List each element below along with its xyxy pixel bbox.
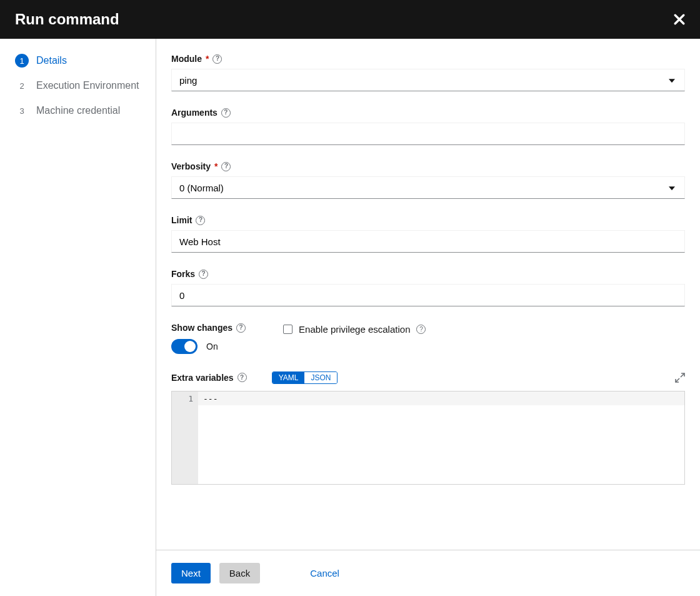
required-indicator: * bbox=[206, 54, 209, 64]
module-label: Module bbox=[171, 54, 202, 64]
json-toggle[interactable]: JSON bbox=[304, 372, 337, 383]
yaml-toggle[interactable]: YAML bbox=[272, 372, 305, 383]
field-forks: Forks ? bbox=[171, 269, 685, 306]
help-icon[interactable]: ? bbox=[221, 162, 231, 171]
close-icon[interactable] bbox=[674, 14, 685, 25]
modal-header: Run command bbox=[0, 0, 700, 39]
form-area: Module * ? Arguments ? bbox=[156, 39, 700, 550]
format-toggle: YAML JSON bbox=[272, 371, 338, 384]
module-select[interactable] bbox=[171, 69, 685, 91]
limit-input[interactable] bbox=[171, 230, 685, 253]
forks-label: Forks bbox=[171, 269, 195, 279]
arguments-label: Arguments bbox=[171, 108, 218, 118]
extra-variables-editor[interactable]: 1 --- bbox=[171, 391, 685, 485]
field-verbosity: Verbosity * ? bbox=[171, 161, 685, 199]
limit-label: Limit bbox=[171, 215, 192, 225]
toggle-row: Show changes ? On Enable privilege escal… bbox=[171, 323, 685, 354]
help-icon[interactable]: ? bbox=[416, 325, 426, 334]
help-icon[interactable]: ? bbox=[199, 270, 208, 279]
modal-body: 1 Details 2 Execution Environment 3 Mach… bbox=[0, 39, 700, 596]
step-label: Machine credential bbox=[36, 105, 120, 116]
step-label: Details bbox=[36, 55, 67, 66]
back-button[interactable]: Back bbox=[219, 563, 260, 583]
required-indicator: * bbox=[214, 161, 218, 171]
forks-input[interactable] bbox=[171, 284, 685, 306]
step-number: 3 bbox=[15, 104, 29, 118]
step-number: 1 bbox=[15, 54, 29, 68]
show-changes-toggle[interactable] bbox=[171, 339, 198, 354]
wizard-step-details[interactable]: 1 Details bbox=[15, 54, 141, 68]
modal-footer: Next Back Cancel bbox=[156, 550, 700, 596]
help-icon[interactable]: ? bbox=[196, 216, 205, 225]
show-changes-label: Show changes bbox=[171, 323, 232, 333]
verbosity-select[interactable] bbox=[171, 176, 685, 199]
show-changes-state: On bbox=[206, 341, 218, 351]
wizard-sidebar: 1 Details 2 Execution Environment 3 Mach… bbox=[0, 39, 156, 596]
expand-icon[interactable] bbox=[675, 370, 685, 385]
wizard-step-machine-credential[interactable]: 3 Machine credential bbox=[15, 104, 141, 118]
line-number: 1 bbox=[174, 394, 193, 403]
field-show-changes: Show changes ? On bbox=[171, 323, 246, 354]
field-privilege-escalation: Enable privilege escalation ? bbox=[283, 323, 426, 354]
field-module: Module * ? bbox=[171, 54, 685, 91]
code-line: --- bbox=[198, 391, 684, 405]
help-icon[interactable]: ? bbox=[238, 373, 247, 382]
cancel-button[interactable]: Cancel bbox=[300, 563, 349, 583]
editor-gutter: 1 bbox=[172, 391, 198, 484]
step-number: 2 bbox=[15, 79, 29, 93]
help-icon[interactable]: ? bbox=[221, 108, 231, 118]
run-command-modal: Run command 1 Details 2 Execution Enviro… bbox=[0, 0, 700, 596]
privilege-escalation-label: Enable privilege escalation bbox=[299, 324, 410, 335]
privilege-escalation-checkbox[interactable] bbox=[283, 325, 292, 334]
arguments-input[interactable] bbox=[171, 123, 685, 145]
modal-title: Run command bbox=[15, 11, 119, 28]
next-button[interactable]: Next bbox=[171, 563, 211, 583]
field-limit: Limit ? bbox=[171, 215, 685, 253]
field-arguments: Arguments ? bbox=[171, 108, 685, 145]
step-label: Execution Environment bbox=[36, 80, 139, 91]
editor-content: --- bbox=[198, 391, 684, 484]
help-icon[interactable]: ? bbox=[236, 323, 246, 333]
wizard-step-execution-environment[interactable]: 2 Execution Environment bbox=[15, 79, 141, 93]
field-extra-variables: Extra variables ? YAML JSON bbox=[171, 370, 685, 485]
verbosity-label: Verbosity bbox=[171, 161, 211, 171]
help-icon[interactable]: ? bbox=[212, 54, 222, 64]
extra-variables-label: Extra variables bbox=[171, 373, 234, 383]
